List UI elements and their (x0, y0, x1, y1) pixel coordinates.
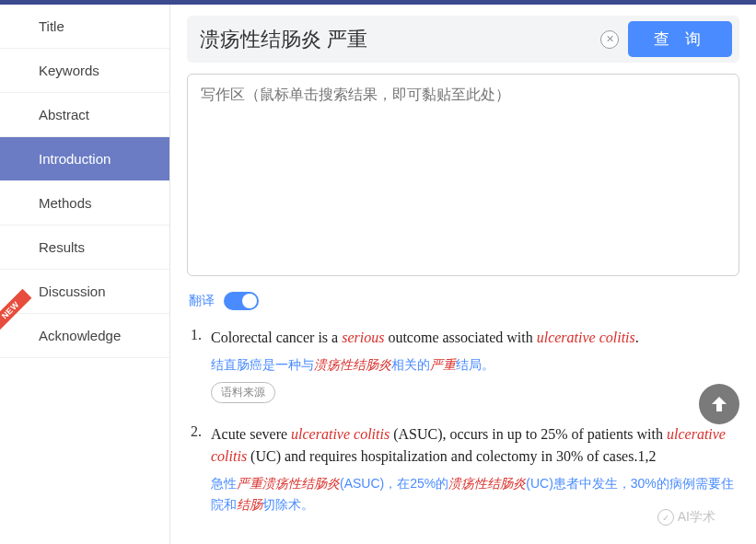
result-english: Colorectal cancer is a serious outcome a… (211, 327, 739, 349)
sidebar-item-introduction[interactable]: Introduction (0, 137, 169, 181)
sidebar: Title Keywords Abstract Introduction Met… (0, 5, 170, 544)
arrow-up-icon (708, 393, 730, 415)
search-row: ✕ 查 询 (187, 16, 739, 63)
translate-toggle[interactable] (224, 292, 259, 310)
translate-row: 翻译 (189, 292, 739, 310)
main-panel: ✕ 查 询 翻译 1.Colorectal cancer is a seriou… (170, 5, 756, 544)
sidebar-item-methods[interactable]: Methods (0, 181, 169, 226)
translate-label: 翻译 (189, 293, 215, 309)
result-english: Acute severe ulcerative colitis (ASUC), … (211, 423, 739, 468)
query-button[interactable]: 查 询 (628, 21, 732, 57)
clear-icon[interactable]: ✕ (600, 30, 619, 49)
result-item[interactable]: 1.Colorectal cancer is a serious outcome… (191, 327, 739, 403)
results-list: 1.Colorectal cancer is a serious outcome… (187, 327, 739, 522)
sidebar-item-abstract[interactable]: Abstract (0, 93, 169, 137)
sidebar-item-results[interactable]: Results (0, 226, 169, 270)
sidebar-item-title[interactable]: Title (0, 5, 169, 49)
result-number: 1. (191, 327, 211, 403)
writing-area[interactable] (187, 74, 739, 276)
result-item[interactable]: 2.Acute severe ulcerative colitis (ASUC)… (191, 423, 739, 522)
search-input[interactable] (194, 24, 591, 55)
scroll-top-button[interactable] (699, 384, 739, 424)
sidebar-item-acknowledge[interactable]: Acknowledge (0, 314, 169, 358)
result-chinese: 结直肠癌是一种与溃疡性结肠炎相关的严重结局。 (211, 354, 739, 375)
wechat-icon: ✓ (657, 509, 674, 526)
sidebar-item-keywords[interactable]: Keywords (0, 49, 169, 93)
watermark: ✓ AI学术 (657, 509, 715, 526)
result-number: 2. (191, 423, 211, 522)
source-button[interactable]: 语料来源 (211, 382, 275, 403)
